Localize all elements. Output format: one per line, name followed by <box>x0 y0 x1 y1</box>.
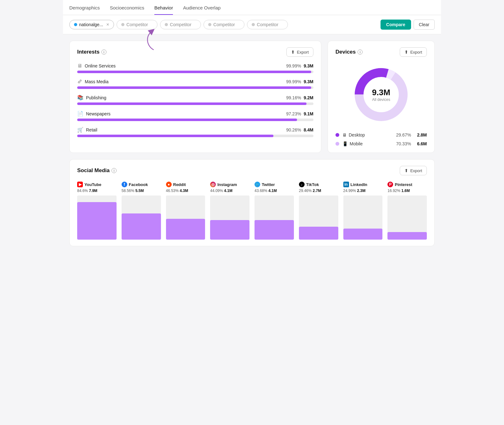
social-header: Social Media i ⬆ Export <box>77 166 427 175</box>
instagram-icon: ◎ <box>210 182 216 187</box>
interest-count-2: 9.2M <box>304 95 313 100</box>
chip-dot-0 <box>74 23 77 26</box>
compare-button[interactable]: Compare <box>381 20 411 30</box>
social-export-icon: ⬆ <box>404 168 408 173</box>
social-tiktok-header: ♪ TikTok <box>299 182 338 187</box>
linkedin-icon: in <box>343 182 349 187</box>
tab-audience-overlap[interactable]: Audience Overlap <box>183 5 220 15</box>
social-youtube-bar <box>77 195 117 240</box>
interest-icon-0: 🖥 <box>77 63 82 69</box>
facebook-icon: f <box>122 182 127 187</box>
interest-bar-track-3 <box>77 119 313 121</box>
twitter-icon: 🐦 <box>255 182 260 187</box>
social-item-instagram: ◎ Instagram 44.09% 4.1M <box>210 182 249 240</box>
social-export-button[interactable]: ⬆ Export <box>400 166 427 175</box>
device-legend: 🖥 Desktop 29.67% 2.8M 📱 Mobile 70.33% 6.… <box>335 132 427 146</box>
youtube-icon: ▶ <box>77 182 83 187</box>
interest-bar-track-1 <box>77 86 313 89</box>
interest-icon-3: 📄 <box>77 111 83 117</box>
interests-card: Interests i ⬆ Export 🖥 Online Services 9… <box>69 41 321 153</box>
toolbar: nationalge... ✕ Competitor Competitor Co… <box>63 15 441 34</box>
social-linkedin-stats: 24.99% 2.3M <box>343 189 383 193</box>
donut-total: 9.3M <box>372 88 390 97</box>
chip-dot-4 <box>252 23 255 26</box>
interest-name-0: Online Services <box>85 63 116 68</box>
social-item-tiktok: ♪ TikTok 29.46% 2.7M <box>299 182 338 240</box>
mobile-pct: 70.33% <box>396 141 411 146</box>
interest-pct-0: 99.99% <box>286 63 301 68</box>
interest-bar-fill-1 <box>77 86 311 89</box>
chip-label-3: Competitor <box>213 22 235 27</box>
social-twitter-header: 🐦 Twitter <box>255 182 294 187</box>
tab-behavior[interactable]: Behavior <box>154 5 173 15</box>
interest-icon-2: 📚 <box>77 95 83 101</box>
interest-pct-4: 90.26% <box>286 127 301 132</box>
chip-close-0[interactable]: ✕ <box>106 22 109 27</box>
pinterest-icon: P <box>387 182 393 187</box>
interest-bar-fill-0 <box>77 71 311 73</box>
chip-competitor-3[interactable]: Competitor <box>203 20 244 29</box>
interests-export-button[interactable]: ⬆ Export <box>286 47 313 57</box>
social-info-icon[interactable]: i <box>112 168 117 173</box>
tiktok-icon: ♪ <box>299 182 305 187</box>
donut-chart: 9.3M All devices <box>335 63 427 126</box>
tab-socioeconomics[interactable]: Socioeconomics <box>110 5 144 15</box>
interest-count-1: 9.3M <box>304 79 313 84</box>
social-instagram-bar <box>210 195 249 240</box>
social-tiktok-stats: 29.46% 2.7M <box>299 189 338 193</box>
interest-bar-track-4 <box>77 135 313 137</box>
interest-row-3: 📄 Newspapers 97.23% 9.1M <box>77 111 313 121</box>
devices-header: Devices i ⬆ Export <box>335 47 427 57</box>
chip-dot-2 <box>165 23 168 26</box>
social-grid: ▶ YouTube 84.6% 7.9M f Facebook 58. <box>77 182 427 240</box>
social-item-linkedin: in LinkedIn 24.99% 2.3M <box>343 182 383 240</box>
social-linkedin-header: in LinkedIn <box>343 182 383 187</box>
interest-pct-3: 97.23% <box>286 111 301 116</box>
chip-competitor-2[interactable]: Competitor <box>160 20 201 29</box>
social-item-youtube: ▶ YouTube 84.6% 7.9M <box>77 182 117 240</box>
social-youtube-fill <box>77 202 117 240</box>
interest-count-4: 8.4M <box>304 127 313 132</box>
interests-info-icon[interactable]: i <box>101 49 106 55</box>
social-twitter-bar <box>255 195 294 240</box>
desktop-count: 2.8M <box>414 132 427 137</box>
interest-bar-fill-3 <box>77 119 297 121</box>
social-tiktok-bar <box>299 195 338 240</box>
social-reddit-bar <box>166 195 205 240</box>
tab-demographics[interactable]: Demographics <box>69 5 100 15</box>
interest-row-0: 🖥 Online Services 99.99% 9.3M <box>77 63 313 73</box>
chip-label-0: nationalge... <box>79 22 103 27</box>
interest-name-1: Mass Media <box>85 79 108 84</box>
desktop-pct: 29.67% <box>396 132 411 137</box>
interest-count-3: 9.1M <box>304 111 313 116</box>
interest-pct-1: 99.99% <box>286 79 301 84</box>
chip-nationalge[interactable]: nationalge... ✕ <box>69 20 114 29</box>
interest-bar-fill-2 <box>77 102 306 105</box>
mobile-icon: 📱 <box>342 141 348 146</box>
social-facebook-bar <box>122 195 161 240</box>
chip-competitor-4[interactable]: Competitor <box>247 20 288 29</box>
social-reddit-stats: 46.53% 4.3M <box>166 189 205 193</box>
devices-card: Devices i ⬆ Export <box>328 41 435 153</box>
desktop-icon: 🖥 <box>342 132 347 137</box>
clear-button[interactable]: Clear <box>414 20 435 30</box>
chip-dot-1 <box>121 23 124 26</box>
device-item-desktop: 🖥 Desktop 29.67% 2.8M <box>335 132 427 137</box>
mobile-dot <box>335 142 339 146</box>
interests-title: Interests i <box>77 49 106 55</box>
chip-label-4: Competitor <box>257 22 278 27</box>
devices-title: Devices i <box>335 49 363 55</box>
social-pinterest-header: P Pinterest <box>387 182 427 187</box>
chip-label-2: Competitor <box>170 22 191 27</box>
social-reddit-header: ● Reddit <box>166 182 205 187</box>
social-instagram-fill <box>210 220 249 240</box>
interest-row-1: 🗞 Mass Media 99.99% 9.3M <box>77 79 313 89</box>
social-linkedin-bar <box>343 195 383 240</box>
chip-competitor-1[interactable]: Competitor <box>117 20 158 29</box>
main-content: Interests i ⬆ Export 🖥 Online Services 9… <box>63 34 441 253</box>
social-instagram-stats: 44.09% 4.1M <box>210 189 249 193</box>
chip-dot-3 <box>208 23 211 26</box>
devices-info-icon[interactable]: i <box>358 49 363 55</box>
interests-header: Interests i ⬆ Export <box>77 47 313 57</box>
devices-export-button[interactable]: ⬆ Export <box>400 47 427 57</box>
